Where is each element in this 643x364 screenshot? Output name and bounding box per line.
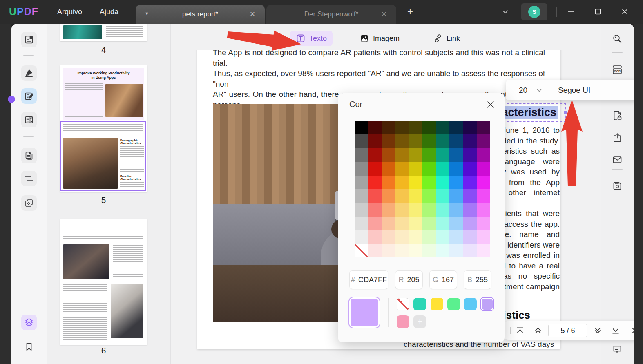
palette-cell[interactable]	[463, 189, 477, 203]
palette-cell[interactable]	[382, 203, 395, 216]
palette-cell[interactable]	[477, 162, 490, 175]
palette-cell[interactable]	[477, 134, 490, 148]
palette-cell[interactable]	[463, 162, 477, 175]
palette-cell[interactable]	[368, 244, 382, 257]
palette-cell[interactable]	[409, 121, 422, 134]
palette-cell[interactable]	[449, 134, 463, 148]
ocr-icon[interactable]: OCR	[610, 62, 625, 78]
palette-cell[interactable]	[449, 189, 463, 203]
protect-icon[interactable]	[610, 108, 625, 123]
palette-cell[interactable]	[409, 230, 422, 243]
palette-cell[interactable]	[463, 230, 477, 243]
tab-close-icon[interactable]: ✕	[248, 10, 257, 18]
crop-icon[interactable]	[21, 171, 37, 186]
bookmark-icon[interactable]	[21, 339, 37, 355]
palette-cell[interactable]	[395, 189, 409, 203]
palette-cell[interactable]	[409, 217, 422, 230]
palette-cell[interactable]	[449, 162, 463, 175]
comment-icon[interactable]	[610, 342, 625, 357]
palette-cell[interactable]	[449, 148, 463, 162]
palette-cell[interactable]	[382, 121, 395, 134]
last-page-button[interactable]	[610, 324, 622, 337]
image-tool-button[interactable]: Imagem	[354, 31, 405, 46]
palette-cell[interactable]	[368, 203, 382, 216]
minimize-button[interactable]	[561, 0, 580, 24]
layers-icon[interactable]	[21, 315, 37, 330]
palette-cell[interactable]	[368, 148, 382, 162]
palette-cell[interactable]	[463, 134, 477, 148]
palette-cell[interactable]	[368, 217, 382, 230]
palette-cell[interactable]	[477, 148, 490, 162]
thumbnail-viewport-indicator[interactable]: Demographic Characteristics Baseline Cha…	[60, 121, 146, 191]
palette-cell[interactable]	[382, 162, 395, 175]
palette-cell[interactable]	[395, 176, 409, 189]
palette-cell[interactable]	[436, 203, 449, 216]
palette-cell[interactable]	[436, 134, 449, 148]
palette-cell[interactable]	[422, 230, 436, 243]
palette-cell[interactable]	[436, 230, 449, 243]
palette-cell[interactable]	[382, 244, 395, 257]
red-input[interactable]: R 205	[395, 270, 423, 289]
palette-cell[interactable]	[436, 162, 449, 175]
palette-cell[interactable]	[368, 121, 382, 134]
palette-cell[interactable]	[368, 176, 382, 189]
palette-cell[interactable]	[449, 121, 463, 134]
palette-cell[interactable]	[436, 189, 449, 203]
edit-pdf-icon[interactable]	[21, 88, 37, 104]
close-button[interactable]	[615, 0, 634, 24]
swatch-purple[interactable]	[481, 298, 493, 310]
palette-cell[interactable]	[395, 134, 409, 148]
account-button[interactable]: S	[521, 3, 547, 20]
tab-der-steppenwolf[interactable]: Der Steppenwolf* ✕	[266, 5, 396, 24]
copy-pages-icon[interactable]	[21, 148, 37, 163]
previous-page-button[interactable]	[532, 324, 544, 337]
tab-close-icon[interactable]: ✕	[380, 10, 388, 18]
palette-cell[interactable]	[463, 203, 477, 216]
email-icon[interactable]	[610, 152, 625, 167]
palette-cell[interactable]	[463, 217, 477, 230]
palette-cell[interactable]	[409, 148, 422, 162]
palette-cell[interactable]	[422, 134, 436, 148]
palette-cell[interactable]	[368, 230, 382, 243]
palette-cell[interactable]	[355, 189, 368, 203]
page-number-input[interactable]	[548, 324, 587, 337]
palette-cell[interactable]	[395, 203, 409, 216]
palette-cell[interactable]	[395, 230, 409, 243]
palette-cell[interactable]	[368, 189, 382, 203]
palette-cell[interactable]	[382, 148, 395, 162]
palette-cell[interactable]	[477, 176, 490, 189]
palette-cell[interactable]	[355, 134, 368, 148]
palette-cell[interactable]	[409, 162, 422, 175]
palette-cell[interactable]	[422, 189, 436, 203]
palette-cell[interactable]	[436, 148, 449, 162]
palette-cell[interactable]	[436, 176, 449, 189]
maximize-button[interactable]	[588, 0, 607, 24]
palette-cell[interactable]	[436, 244, 449, 257]
new-tab-button[interactable]: +	[404, 6, 416, 17]
palette-cell[interactable]	[382, 134, 395, 148]
search-icon[interactable]	[610, 31, 625, 47]
palette-cell[interactable]	[422, 203, 436, 216]
tab-pets-report[interactable]: ▼ pets report* ✕	[136, 5, 265, 24]
palette-cell[interactable]	[409, 176, 422, 189]
palette-cell[interactable]	[368, 162, 382, 175]
font-family-select[interactable]: Segoe UI	[558, 86, 619, 95]
palette-cell[interactable]	[355, 176, 368, 189]
palette-cell[interactable]	[477, 203, 490, 216]
palette-cell[interactable]	[449, 176, 463, 189]
menu-ajuda[interactable]: Ajuda	[94, 0, 124, 24]
palette-cell[interactable]	[382, 176, 395, 189]
palette-cell[interactable]	[463, 176, 477, 189]
palette-cell[interactable]	[422, 217, 436, 230]
palette-cell[interactable]	[463, 244, 477, 257]
dialog-close-icon[interactable]	[486, 100, 496, 109]
palette-cell[interactable]	[355, 121, 368, 134]
palette-cell[interactable]	[477, 230, 490, 243]
palette-cell[interactable]	[355, 203, 368, 216]
palette-cell[interactable]	[422, 148, 436, 162]
palette-cell[interactable]	[449, 217, 463, 230]
thumbnail-page-4[interactable]	[60, 24, 147, 41]
palette-cell[interactable]	[395, 162, 409, 175]
palette-cell[interactable]	[449, 230, 463, 243]
panel-collapse-handle[interactable]	[8, 96, 15, 103]
